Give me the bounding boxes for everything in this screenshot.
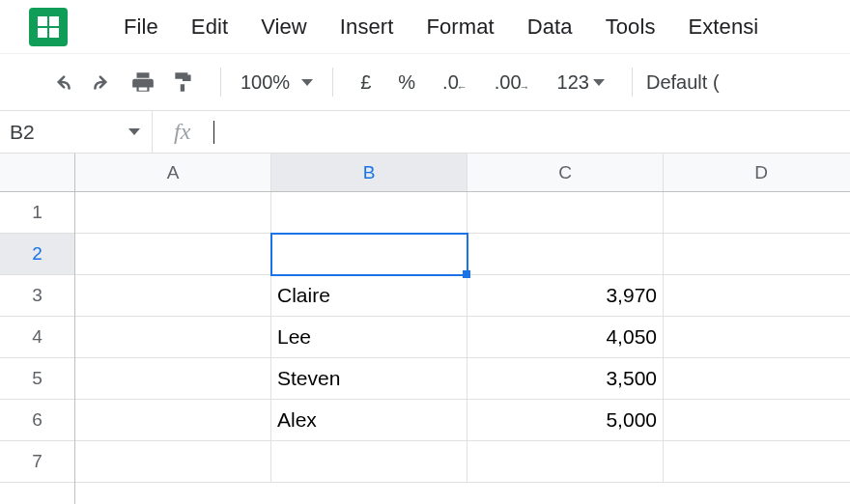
cell-C6[interactable]: 5,000 [468,400,664,441]
cell-D2[interactable] [664,234,850,275]
column-header[interactable]: B [271,154,468,191]
cell-D4[interactable] [664,317,850,358]
decrease-decimal-button[interactable]: .0← [442,71,468,94]
grid-row [75,234,850,275]
menu-extensions[interactable]: Extensi [689,14,759,40]
menu-view[interactable]: View [261,14,307,40]
zoom-dropdown[interactable]: 100% [241,71,313,94]
toolbar-separator [632,68,633,97]
selection-handle[interactable] [463,270,470,278]
select-all-corner[interactable] [0,154,74,192]
left-arrow-icon: ← [457,81,468,93]
name-box-value: B2 [10,121,35,144]
cell-C2[interactable] [468,234,664,275]
cell-C5[interactable]: 3,500 [468,358,664,400]
toolbar-separator [332,68,333,97]
chevron-down-icon [301,79,313,86]
menu-edit[interactable]: Edit [191,14,228,40]
grid-row: Lee 4,050 [75,317,850,358]
name-box[interactable]: B2 [0,111,153,153]
grid-row [75,441,850,483]
row-header[interactable]: 4 [0,317,74,358]
cell-A5[interactable] [75,358,271,400]
spreadsheet-grid: 1 2 3 4 5 6 7 A B C D [0,154,850,504]
grid-row [75,192,850,234]
menu-insert[interactable]: Insert [340,14,394,40]
cell-B4[interactable]: Lee [271,317,468,358]
row-headers: 1 2 3 4 5 6 7 [0,154,75,504]
cell-C3[interactable]: 3,970 [468,275,664,317]
cell-B5[interactable]: Steven [271,358,468,400]
formula-bar[interactable]: fx [153,119,850,145]
font-dropdown[interactable]: Default ( [646,71,720,94]
print-button[interactable] [126,65,160,99]
column-headers: A B C D [75,154,850,192]
cell-C1[interactable] [468,192,664,234]
formula-row: B2 fx [0,111,850,154]
cell-B6[interactable]: Alex [271,400,468,441]
cell-A3[interactable] [75,275,271,317]
column-header[interactable]: D [664,154,850,191]
cell-A7[interactable] [75,441,271,483]
cell-A1[interactable] [75,192,271,234]
grid-row: Alex 5,000 [75,400,850,441]
toolbar-separator [220,68,221,97]
menu-format[interactable]: Format [426,14,494,40]
print-icon [130,70,156,95]
chevron-down-icon [128,128,140,135]
row-header[interactable]: 2 [0,234,74,275]
undo-icon [49,70,74,95]
sheets-logo-icon [38,16,59,38]
number-format-dropdown[interactable]: 123 [557,71,605,94]
formula-cursor [213,121,214,144]
menu-data[interactable]: Data [527,14,573,40]
cell-B7[interactable] [271,441,468,483]
row-header[interactable]: 6 [0,400,74,441]
paint-format-button[interactable] [166,65,201,99]
chevron-down-icon [593,79,605,86]
grid-columns: A B C D Claire 3,970 [75,154,850,504]
cell-B1[interactable] [271,192,468,234]
redo-icon [90,70,115,95]
cell-B3[interactable]: Claire [271,275,468,317]
right-arrow-icon: → [520,81,530,93]
cell-D7[interactable] [664,441,850,483]
cell-C4[interactable]: 4,050 [468,317,664,358]
toolbar: 100% £ % .0← .00→ 123 Default ( [0,53,850,111]
row-header[interactable]: 5 [0,358,74,400]
menu-bar: File Edit View Insert Format Data Tools … [0,0,850,53]
row-header[interactable]: 1 [0,192,74,234]
row-header[interactable]: 7 [0,441,74,483]
menu-tools[interactable]: Tools [606,14,656,40]
cell-B2[interactable] [271,234,468,275]
cell-C7[interactable] [468,441,664,483]
fx-icon: fx [174,119,190,145]
sheets-logo [29,8,68,46]
cell-D1[interactable] [664,192,850,234]
increase-decimal-button[interactable]: .00→ [495,71,530,94]
paint-roller-icon [171,70,196,95]
grid-row: Claire 3,970 [75,275,850,317]
redo-button[interactable] [85,65,120,99]
column-header[interactable]: C [468,154,664,191]
percent-button[interactable]: % [398,71,415,94]
number-format-label: 123 [557,71,589,94]
menu-file[interactable]: File [124,14,158,40]
cell-D3[interactable] [664,275,850,317]
currency-button[interactable]: £ [360,71,371,94]
zoom-value: 100% [241,71,290,94]
grid-row: Steven 3,500 [75,358,850,400]
cell-D6[interactable] [664,400,850,441]
column-header[interactable]: A [75,154,271,191]
row-header[interactable]: 3 [0,275,74,317]
cell-A6[interactable] [75,400,271,441]
undo-button[interactable] [44,65,79,99]
increase-decimal-label: .00 [495,71,522,94]
cell-D5[interactable] [664,358,850,400]
cell-A4[interactable] [75,317,271,358]
cell-A2[interactable] [75,234,271,275]
